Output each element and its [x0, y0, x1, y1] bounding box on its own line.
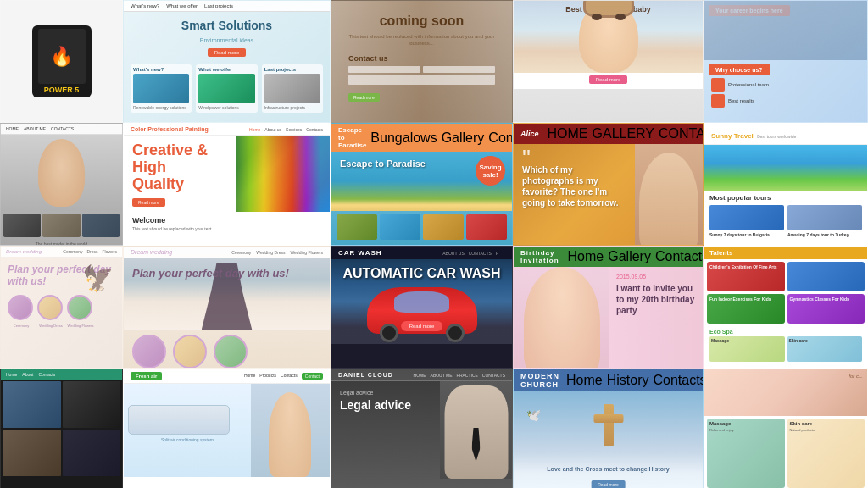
skincare-card[interactable]: Skin care Natural products	[787, 419, 865, 488]
nav-contacts[interactable]: Contacts	[281, 373, 298, 380]
nav-contacts[interactable]: Contacts	[306, 127, 323, 132]
nav-contacts[interactable]: CONTACTS	[659, 126, 704, 141]
email-input[interactable]	[423, 66, 495, 73]
label-dress: Wedding Dress	[37, 324, 64, 328]
talent-card-2[interactable]	[787, 262, 865, 291]
paradise-header: Escape to Paradise Bungalows Gallery Con…	[331, 124, 512, 152]
nav-flowers[interactable]: Flowers	[102, 249, 117, 254]
nav-home[interactable]: HOME	[6, 126, 19, 131]
nav-products[interactable]: Products	[259, 373, 276, 380]
painting-hero: Creative & High Quality Read more	[124, 136, 330, 212]
quote-text: Which of my photographs is my favorite? …	[522, 164, 626, 208]
dark-photo-1[interactable]	[3, 381, 61, 428]
nav-about-us[interactable]: About us	[264, 127, 281, 132]
cross-horizontal	[593, 414, 623, 423]
massage-card[interactable]: Massage Relax and enjoy	[707, 419, 785, 488]
nav-about[interactable]: ABOUT ME	[24, 126, 46, 131]
nav-home[interactable]: Home	[566, 373, 603, 388]
eco-card-1[interactable]: Massage	[709, 336, 785, 362]
nav-contacts[interactable]: Contacts	[488, 130, 513, 146]
nav-flowers[interactable]: Wedding Flowers	[290, 250, 323, 255]
gallery-photo-3[interactable]	[82, 214, 120, 237]
dark-photo-4[interactable]	[63, 430, 121, 476]
baby-figure	[579, 1, 638, 73]
nav-contacts[interactable]: CONTACTS	[469, 251, 492, 256]
cell-car-wash: CAR WASH ABOUT US CONTACTS F T AUTOMATIC…	[331, 246, 513, 369]
nav-contacts[interactable]: Contacts	[653, 373, 704, 388]
nav-gallery[interactable]: Gallery	[608, 249, 651, 264]
baby-read-more-btn[interactable]: Read more	[589, 75, 628, 84]
nav-practice[interactable]: PRACTICE	[457, 373, 478, 378]
birthday-nav: Home Gallery Contacts	[568, 249, 704, 264]
nav-home[interactable]: HOME	[414, 373, 426, 378]
gallery-photo-2[interactable]	[42, 214, 80, 237]
church-read-more-btn[interactable]: Read more	[591, 480, 626, 488]
legal-text-area: Legal advice Legal advice	[331, 381, 440, 479]
thumb-4[interactable]	[466, 214, 507, 240]
contact-submit-btn[interactable]: Read more	[348, 93, 380, 102]
nav-home[interactable]: HOME	[548, 126, 588, 141]
nav-history[interactable]: History	[607, 373, 649, 388]
talent-card-3[interactable]: Fun Indoor Exercises For Kids	[707, 294, 785, 324]
nav-ceremony[interactable]: Ceremony	[231, 250, 251, 255]
headline-text: AUTOMATIC CAR WASH	[342, 266, 500, 280]
twitter-icon[interactable]: T	[503, 251, 505, 256]
nav-ceremony[interactable]: Ceremony	[63, 249, 82, 254]
nav-services[interactable]: Services	[286, 127, 302, 132]
nav-contacts[interactable]: Contacts	[38, 372, 55, 377]
nav-gallery[interactable]: GALLERY	[593, 126, 655, 141]
nav-home[interactable]: Home	[6, 372, 17, 377]
nav-about-me[interactable]: ABOUT ME	[431, 373, 453, 378]
tablet-screen: 🔥	[38, 29, 86, 84]
nav-dress[interactable]: Dress	[86, 249, 97, 254]
nav-what-we-offer[interactable]: What we offer	[166, 3, 198, 8]
talent-card-4[interactable]: Gymnastics Classes For Kids	[787, 294, 865, 324]
baby-hat	[583, 1, 634, 18]
painting-logo: Color Professional Painting	[131, 126, 209, 132]
tour-name-1: Sunny 7 days tour to Bulgaria	[709, 232, 784, 237]
facebook-icon[interactable]: F	[496, 251, 498, 256]
car-wash-read-more-btn[interactable]: Read more	[401, 321, 443, 331]
painting-nav: Home About us Services Contacts	[249, 127, 323, 132]
spa-label: for c...	[849, 374, 863, 379]
alice-portrait	[635, 144, 703, 246]
car-wash-title: CAR WASH	[338, 249, 382, 257]
message-input[interactable]	[348, 75, 495, 85]
nav-contacts[interactable]: Contacts	[655, 249, 704, 264]
cell-career: Your career begins here Why choose us? P…	[704, 0, 868, 123]
ac-model-text: Split air conditioning system	[128, 437, 247, 442]
dark-photo-2[interactable]	[63, 381, 121, 428]
nav-contacts[interactable]: CONTACTS	[51, 126, 74, 131]
painting-read-more-btn[interactable]: Read more	[132, 198, 165, 207]
smart-solutions-btn[interactable]: Read more	[208, 48, 247, 57]
thumb-3[interactable]	[423, 214, 464, 240]
card-title-1: What's new?	[133, 67, 189, 72]
nav-bungalows[interactable]: Bungalows	[370, 130, 437, 146]
nav-home[interactable]: Home	[244, 373, 255, 380]
nav-home-active[interactable]: Home	[249, 127, 260, 132]
nav-gallery[interactable]: Gallery	[442, 130, 485, 146]
tour-card-1[interactable]: Sunny 7 days tour to Bulgaria	[709, 205, 784, 237]
eco-card-2[interactable]: Skin care	[787, 336, 863, 362]
nav-contacts[interactable]: CONTACTS	[482, 373, 505, 378]
birthday-person-figure	[524, 267, 600, 369]
nav-whats-new[interactable]: What's new?	[131, 3, 159, 8]
talent-card-1[interactable]: Children's Exhibition Of Fine Arts	[707, 262, 785, 291]
nav-about[interactable]: About	[22, 372, 33, 377]
skincare-text: Natural products	[790, 428, 863, 432]
thumb-1[interactable]	[337, 214, 377, 240]
cell-best-care-baby: Best care for your baby Read more	[513, 0, 704, 123]
tablet-device: 🔥 POWER 5	[32, 25, 92, 97]
card-title-3: Last projects	[264, 67, 320, 72]
nav-last-projects[interactable]: Last projects	[204, 3, 233, 8]
dark-photo-3[interactable]	[3, 430, 61, 476]
thumb-2[interactable]	[380, 214, 420, 240]
name-input[interactable]	[348, 66, 420, 73]
nav-contact-btn[interactable]: Contact	[302, 373, 323, 380]
nav-dress[interactable]: Wedding Dress	[256, 250, 285, 255]
gallery-photo-1[interactable]	[3, 214, 41, 237]
nav-home[interactable]: Home	[568, 249, 604, 264]
nav-about-us[interactable]: ABOUT US	[442, 251, 464, 256]
career-hero: Your career begins here	[704, 1, 867, 60]
tour-card-2[interactable]: Amazing 7 days tour to Turkey	[787, 205, 862, 237]
